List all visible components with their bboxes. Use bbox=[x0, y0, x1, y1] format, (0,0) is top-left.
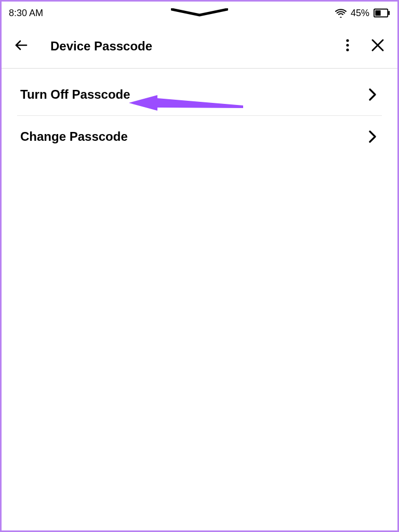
more-options-button[interactable] bbox=[337, 36, 358, 57]
status-right: 45% bbox=[335, 8, 390, 19]
back-button[interactable] bbox=[11, 36, 32, 57]
svg-rect-2 bbox=[375, 10, 380, 16]
status-time: 8:30 AM bbox=[9, 8, 43, 19]
status-bar: 8:30 AM 45% bbox=[2, 2, 397, 24]
kebab-menu-icon bbox=[345, 38, 350, 55]
close-button[interactable] bbox=[367, 36, 388, 57]
svg-point-4 bbox=[346, 39, 349, 42]
chevron-right-icon bbox=[368, 130, 377, 143]
battery-icon bbox=[374, 8, 390, 18]
chevron-down-icon bbox=[171, 8, 228, 18]
settings-list: Turn Off Passcode Change Passcode bbox=[2, 69, 397, 157]
chevron-right-icon bbox=[368, 88, 377, 101]
page-header: Device Passcode bbox=[2, 24, 397, 69]
svg-rect-1 bbox=[388, 11, 390, 15]
arrow-left-icon bbox=[14, 38, 29, 55]
list-item-turn-off-passcode[interactable]: Turn Off Passcode bbox=[17, 74, 382, 116]
svg-point-5 bbox=[346, 44, 349, 46]
close-icon bbox=[371, 38, 384, 54]
device-frame: 8:30 AM 45% bbox=[0, 0, 399, 532]
page-title: Device Passcode bbox=[50, 39, 325, 54]
battery-percentage: 45% bbox=[351, 8, 369, 19]
list-item-change-passcode[interactable]: Change Passcode bbox=[17, 116, 382, 157]
svg-point-6 bbox=[346, 48, 349, 51]
wifi-icon bbox=[335, 8, 347, 18]
list-item-label: Turn Off Passcode bbox=[20, 87, 130, 102]
pull-down-handle[interactable] bbox=[171, 8, 228, 18]
list-item-label: Change Passcode bbox=[20, 129, 128, 144]
